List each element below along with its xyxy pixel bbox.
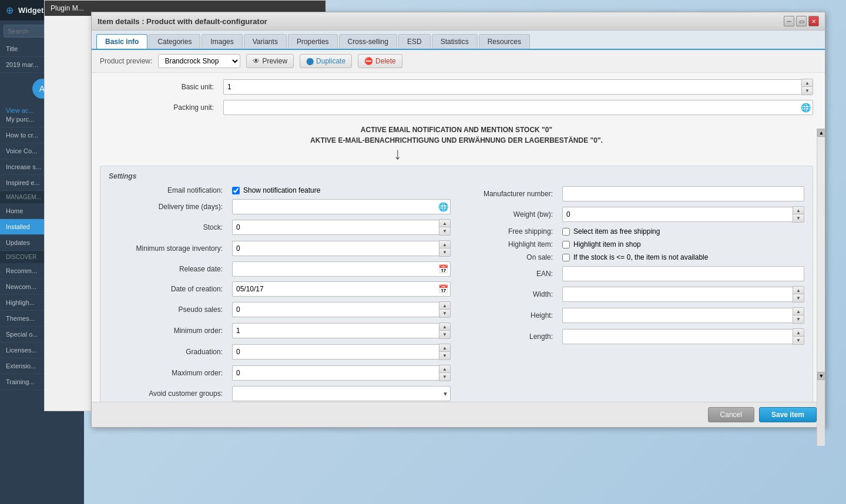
weight-down[interactable]: ▼: [793, 214, 804, 222]
graduation-input[interactable]: [232, 344, 439, 359]
release-date-input[interactable]: [232, 261, 451, 277]
tabs-bar: Basic info Categories Images Variants Pr…: [92, 31, 825, 50]
close-btn[interactable]: ✕: [808, 16, 819, 26]
weight-input-wrapper: ▲ ▼: [562, 206, 804, 223]
tab-esd[interactable]: ESD: [398, 34, 431, 49]
on-sale-checkbox[interactable]: [562, 254, 570, 261]
length-input[interactable]: [562, 329, 793, 344]
height-input[interactable]: [562, 308, 793, 323]
weight-input[interactable]: [562, 207, 793, 222]
scroll-down-btn[interactable]: ▼: [817, 372, 825, 380]
delivery-time-input[interactable]: [232, 199, 451, 214]
tab-images[interactable]: Images: [202, 34, 242, 49]
callout-text: ACTIVE EMAIL NOTIFICATION AND MENTION ST…: [100, 125, 813, 146]
length-label: Length:: [462, 332, 556, 341]
graduation-label: Graduation:: [109, 348, 226, 356]
pseudo-sales-input[interactable]: [232, 302, 439, 317]
pseudo-sales-spinner: ▲ ▼: [439, 301, 451, 318]
settings-title: Settings: [109, 172, 804, 180]
basic-unit-down[interactable]: ▼: [802, 87, 813, 95]
product-preview-bar: Product preview: Brandcrock Shop 👁 Previ…: [92, 50, 825, 73]
manufacturer-number-row: Manufacturer number:: [462, 186, 804, 201]
dialog-footer: Cancel Save item: [92, 402, 825, 427]
settings-section: Settings Email notification: Show notifi…: [100, 166, 813, 402]
free-shipping-group: Select item as free shipping: [562, 227, 804, 236]
release-date-calendar-icon[interactable]: 📅: [438, 264, 448, 274]
stock-input[interactable]: [232, 220, 439, 235]
dialog-scrollbar[interactable]: ▲ ▼: [817, 129, 825, 446]
tab-resources[interactable]: Resources: [479, 34, 530, 49]
graduation-spinner: ▲ ▼: [439, 344, 451, 360]
height-spinner: ▲ ▼: [793, 307, 804, 324]
width-up[interactable]: ▲: [793, 287, 804, 294]
delivery-globe-icon: 🌐: [438, 202, 448, 211]
stock-down[interactable]: ▼: [439, 227, 450, 235]
manufacturer-number-input[interactable]: [562, 186, 804, 201]
stock-up[interactable]: ▲: [439, 220, 450, 227]
minimum-order-spinner: ▲ ▼: [439, 322, 451, 339]
restore-btn[interactable]: ▭: [796, 16, 807, 26]
maximum-order-down[interactable]: ▼: [439, 373, 450, 381]
on-sale-row: On sale: If the stock is <= 0, the item …: [462, 253, 804, 261]
date-creation-calendar-icon[interactable]: 📅: [438, 284, 448, 294]
basic-unit-input[interactable]: [223, 79, 801, 95]
minimum-order-up[interactable]: ▲: [439, 323, 450, 331]
height-input-wrapper: ▲ ▼: [562, 307, 804, 324]
min-storage-up[interactable]: ▲: [439, 241, 450, 248]
length-down[interactable]: ▼: [793, 337, 804, 344]
height-down[interactable]: ▼: [793, 315, 804, 323]
release-date-row: Release date: 📅: [109, 261, 451, 277]
basic-unit-up[interactable]: ▲: [802, 79, 813, 87]
release-date-label: Release date:: [109, 265, 226, 273]
minimum-order-input[interactable]: [232, 323, 439, 338]
maximum-order-up[interactable]: ▲: [439, 365, 450, 373]
weight-up[interactable]: ▲: [793, 207, 804, 214]
tab-variants[interactable]: Variants: [244, 34, 287, 49]
callout-container: ACTIVE EMAIL NOTIFICATION AND MENTION ST…: [100, 120, 813, 166]
maximum-order-input-wrapper: ▲ ▼: [232, 365, 451, 381]
duplicate-button[interactable]: ⬤ Duplicate: [300, 54, 352, 68]
pseudo-sales-up[interactable]: ▲: [439, 302, 450, 310]
avoid-customer-select[interactable]: [232, 386, 451, 401]
min-storage-input-wrapper: ▲ ▼: [232, 240, 451, 257]
highlight-checkbox[interactable]: [562, 241, 570, 248]
min-storage-down[interactable]: ▼: [439, 248, 450, 256]
maximum-order-input[interactable]: [232, 365, 439, 381]
date-of-creation-label: Date of creation:: [109, 285, 226, 293]
length-up[interactable]: ▲: [793, 329, 804, 337]
scroll-track: [817, 137, 825, 372]
min-storage-input[interactable]: [232, 241, 439, 256]
minimize-btn[interactable]: ─: [784, 16, 794, 26]
item-dialog-titlebar: Item details : Product with default-conf…: [92, 12, 825, 31]
free-shipping-label: Free shipping:: [462, 227, 556, 236]
save-item-button[interactable]: Save item: [759, 407, 817, 422]
width-down[interactable]: ▼: [793, 294, 804, 302]
tab-basic-info[interactable]: Basic info: [96, 34, 147, 49]
graduation-down[interactable]: ▼: [439, 352, 450, 359]
width-label: Width:: [462, 290, 556, 298]
preview-button[interactable]: 👁 Preview: [246, 54, 294, 68]
height-row: Height: ▲ ▼: [462, 307, 804, 324]
tab-properties[interactable]: Properties: [288, 34, 338, 49]
height-up[interactable]: ▲: [793, 308, 804, 315]
pseudo-sales-down[interactable]: ▼: [439, 310, 450, 317]
scroll-up-btn[interactable]: ▲: [817, 129, 825, 137]
tab-categories[interactable]: Categories: [149, 34, 200, 49]
tab-statistics[interactable]: Statistics: [432, 34, 478, 49]
graduation-up[interactable]: ▲: [439, 344, 450, 352]
free-shipping-checkbox[interactable]: [562, 228, 570, 236]
email-notification-checkbox[interactable]: [232, 187, 240, 194]
plugin-panel-title: Plugin M...: [51, 4, 84, 12]
packing-unit-input[interactable]: [223, 100, 813, 115]
delete-button[interactable]: ⛔ Delete: [358, 54, 402, 68]
duplicate-btn-label: Duplicate: [316, 57, 345, 65]
minimum-order-down[interactable]: ▼: [439, 331, 450, 338]
width-input[interactable]: [562, 287, 793, 302]
ean-input[interactable]: [562, 266, 804, 281]
sidebar-title: Widgets: [18, 6, 48, 15]
delivery-time-label: Delivery time (days):: [109, 203, 226, 211]
date-of-creation-input[interactable]: [232, 281, 451, 297]
preview-shop-select[interactable]: Brandcrock Shop: [158, 54, 240, 68]
tab-cross-selling[interactable]: Cross-selling: [339, 34, 397, 49]
cancel-button[interactable]: Cancel: [708, 407, 754, 422]
